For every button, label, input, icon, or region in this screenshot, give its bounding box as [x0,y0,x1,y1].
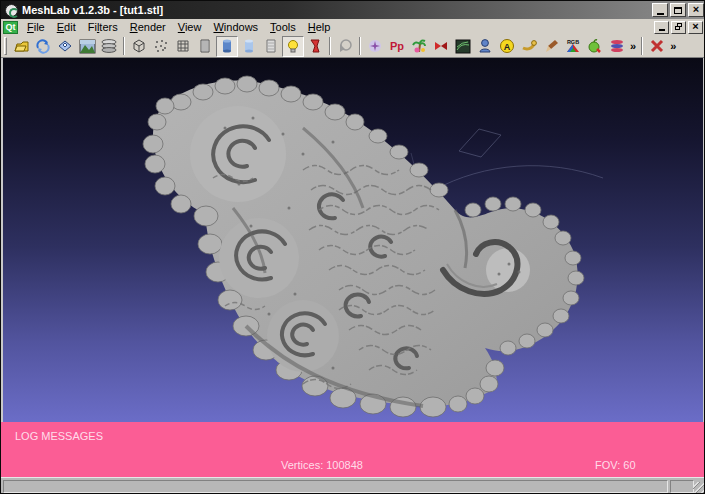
flat-cylinder-icon [241,38,257,54]
menu-windows[interactable]: Windows [207,20,264,34]
close-button[interactable]: × [688,3,704,17]
shader-icon [455,39,471,54]
hidden-lines-button[interactable] [194,36,216,57]
horn-button[interactable] [518,36,540,57]
child-close-icon: × [692,21,698,32]
snapshot-icon [79,39,96,54]
rgb-triangle-icon: RGB [564,38,582,54]
hidden-lines-icon [197,38,213,54]
hidden-faces-icon [263,38,279,54]
layers-icon [101,38,118,54]
zoom-cursor-icon [337,38,353,54]
menu-file[interactable]: File [21,20,51,34]
maximize-icon [674,7,682,14]
snapshot-button[interactable] [76,36,98,57]
status-aux-panel [670,480,694,493]
toolbar: Pp A RGB » » [1,35,705,58]
wireframe-icon [175,38,191,54]
head-model-button[interactable] [474,36,496,57]
toolbar-overflow-button[interactable]: » [628,40,638,52]
smooth-cylinder-icon [219,38,235,54]
rgb-mode-button[interactable]: RGB [562,36,584,57]
log-messages-label: LOG MESSAGES [15,430,103,442]
meshlab-window: MeshLab v1.2.3b - [tut1.stl] × Qt File E… [0,0,705,494]
reload-button[interactable] [32,36,54,57]
horn-icon [521,38,537,54]
points-icon [153,38,169,54]
vertices-count: Vertices: 100848 [281,458,363,473]
zoom-cursor-button[interactable] [334,36,356,57]
layer-stack-icon [609,38,625,54]
child-minimize-button[interactable] [654,21,669,34]
light-bulb-icon [285,38,301,54]
menu-render[interactable]: Render [124,20,172,34]
unfreeze-button[interactable] [646,36,668,57]
svg-text:A: A [504,42,511,52]
minimize-button[interactable] [652,3,668,17]
palm-plugin-button[interactable] [408,36,430,57]
pp-plugin-button[interactable]: Pp [386,36,408,57]
menu-bar: Qt File Edit Filters Render View Windows… [1,19,705,35]
flat-shaded-button[interactable] [238,36,260,57]
red-arrows-button[interactable] [430,36,452,57]
log-panel: LOG MESSAGES Vertices: 100848 Faces: 201… [1,422,705,477]
child-restore-icon [675,23,683,31]
resize-grip[interactable] [693,482,705,494]
child-close-button[interactable]: × [688,21,703,34]
wireframe-button[interactable] [172,36,194,57]
meshlab-app-icon[interactable] [5,4,18,17]
toolbar-overflow-2-button[interactable]: » [668,40,678,52]
maximize-button[interactable] [670,3,686,17]
child-minimize-icon [659,29,665,31]
toolbar-separator [329,37,331,55]
head-icon [477,38,493,54]
layer-stack-button[interactable] [606,36,628,57]
red-arrows-icon [433,38,449,54]
menu-filters[interactable]: Filters [82,20,124,34]
save-button[interactable] [54,36,76,57]
child-restore-button[interactable] [671,21,686,34]
splat-render-button[interactable] [364,36,386,57]
apple-icon [587,38,603,54]
texture-button[interactable] [304,36,326,57]
shader-button[interactable] [452,36,474,57]
red-x-icon [649,38,665,54]
minimize-icon [657,13,664,15]
menu-help[interactable]: Help [302,20,337,34]
mesh-canvas [3,58,703,422]
fov-value: FOV: 60 [595,458,647,473]
status-message-panel [3,480,668,493]
paintbrush-button[interactable] [540,36,562,57]
menu-edit[interactable]: Edit [51,20,82,34]
ambient-occlusion-button[interactable]: A [496,36,518,57]
pp-icon: Pp [390,41,404,52]
bounding-box-icon [131,38,147,54]
toolbar-separator [123,37,125,55]
toolbar-drag-handle[interactable] [4,37,7,55]
toolbar-separator [641,37,643,55]
mesh-model [143,76,584,417]
hidden-faces-button[interactable] [260,36,282,57]
smooth-shaded-button[interactable] [216,36,238,57]
toolbar-separator [359,37,361,55]
qt-child-window-icon[interactable]: Qt [3,21,18,34]
close-icon: × [693,4,699,15]
paintbrush-icon [543,38,559,54]
open-file-button[interactable] [10,36,32,57]
open-folder-icon [13,38,30,54]
menu-tools[interactable]: Tools [264,20,302,34]
save-icon [57,38,73,54]
title-bar[interactable]: MeshLab v1.2.3b - [tut1.stl] × [1,1,705,19]
window-title: MeshLab v1.2.3b - [tut1.stl] [22,4,652,16]
points-button[interactable] [150,36,172,57]
layers-button[interactable] [98,36,120,57]
light-button[interactable] [282,36,304,57]
ambient-a-icon: A [499,38,515,54]
menu-view[interactable]: View [172,20,208,34]
splat-icon [367,38,383,54]
bounding-box-button[interactable] [128,36,150,57]
reload-icon [35,38,51,54]
apple-plugin-button[interactable] [584,36,606,57]
palm-icon [411,38,427,54]
gl-viewport[interactable] [1,58,705,422]
